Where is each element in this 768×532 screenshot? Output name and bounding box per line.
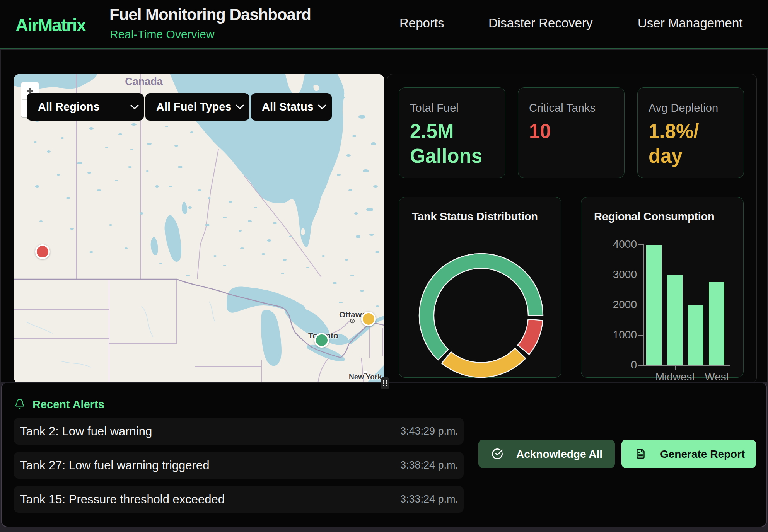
svg-text:Canada: Canada [125, 76, 163, 87]
